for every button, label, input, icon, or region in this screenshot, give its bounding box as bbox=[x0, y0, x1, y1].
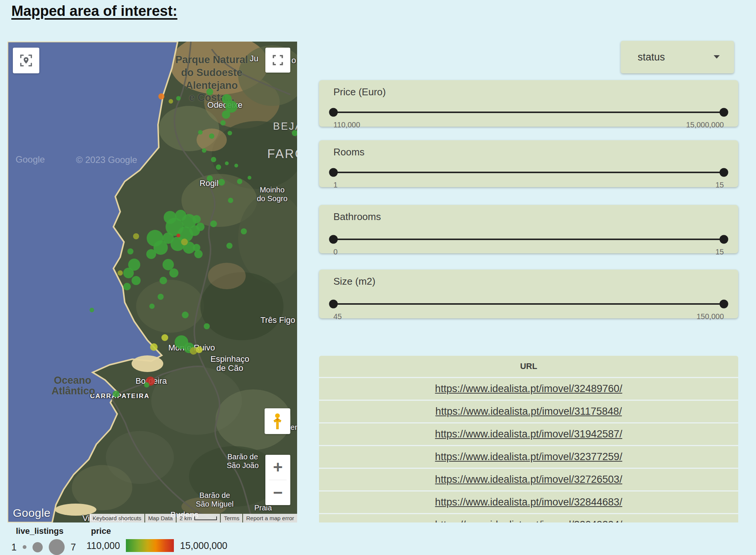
listing-marker[interactable] bbox=[181, 239, 188, 245]
listing-marker[interactable] bbox=[132, 276, 141, 285]
listing-marker[interactable] bbox=[209, 133, 214, 139]
listing-marker[interactable] bbox=[192, 215, 201, 223]
listing-marker[interactable] bbox=[158, 294, 164, 300]
bathrooms-slider-handle-max[interactable] bbox=[720, 235, 728, 244]
listing-marker[interactable] bbox=[216, 164, 221, 170]
bathrooms-slider-track[interactable] bbox=[333, 239, 724, 240]
listing-marker[interactable] bbox=[248, 176, 251, 180]
zoom-in-button[interactable]: + bbox=[265, 455, 290, 480]
pegman-icon bbox=[271, 413, 284, 429]
listing-marker[interactable] bbox=[123, 268, 134, 278]
listing-link[interactable]: https://www.idealista.pt/imovel/32489760… bbox=[435, 383, 622, 395]
listing-marker[interactable] bbox=[123, 283, 131, 290]
listing-marker[interactable] bbox=[225, 161, 229, 165]
pegman-button[interactable] bbox=[265, 408, 290, 434]
listing-marker[interactable] bbox=[198, 130, 203, 135]
price-slider-handle-max[interactable] bbox=[720, 108, 728, 117]
listing-marker[interactable] bbox=[182, 312, 189, 318]
dashboard: Mapped area of interest: bbox=[0, 0, 756, 555]
size-slider-handle-max[interactable] bbox=[720, 300, 728, 309]
scale-segment: 2 km bbox=[177, 514, 220, 522]
price-filter-panel: Price (Euro) 110,000 15,000,000 bbox=[319, 80, 738, 127]
listing-marker[interactable] bbox=[158, 93, 164, 99]
listing-marker[interactable] bbox=[207, 175, 213, 181]
listing-marker[interactable] bbox=[204, 323, 210, 329]
fullscreen-button[interactable] bbox=[265, 48, 290, 73]
listing-marker[interactable] bbox=[133, 233, 139, 239]
map-markers-layer bbox=[8, 42, 297, 522]
map-canvas[interactable]: Parque Naturaldo SudoesteAlentejanoe Cos… bbox=[8, 42, 297, 522]
listing-marker[interactable] bbox=[160, 277, 167, 284]
listing-marker[interactable] bbox=[150, 343, 158, 351]
listing-marker[interactable] bbox=[226, 243, 232, 249]
rooms-slider-track[interactable] bbox=[333, 172, 724, 173]
listing-marker[interactable] bbox=[169, 268, 178, 278]
locate-area-button[interactable] bbox=[13, 48, 39, 73]
price-slider-track[interactable] bbox=[333, 112, 724, 113]
listing-marker[interactable] bbox=[202, 148, 206, 153]
listing-marker[interactable] bbox=[149, 304, 155, 309]
listing-marker[interactable] bbox=[146, 249, 156, 259]
price-filter-label: Price (Euro) bbox=[333, 86, 724, 98]
listing-link[interactable]: https://www.idealista.pt/imovel/32844683… bbox=[435, 496, 622, 508]
bathrooms-min-value: 0 bbox=[333, 248, 338, 256]
map-data-link[interactable]: Map Data bbox=[145, 514, 176, 522]
listing-marker[interactable] bbox=[169, 99, 173, 104]
size-legend-max: 7 bbox=[71, 542, 76, 553]
size-legend-title: live_listings bbox=[16, 526, 76, 536]
fullscreen-icon bbox=[271, 54, 284, 67]
listing-marker[interactable] bbox=[292, 130, 297, 136]
price-slider-handle-min[interactable] bbox=[329, 108, 338, 117]
bathrooms-slider-handle-min[interactable] bbox=[329, 235, 338, 244]
size-filter-panel: Size (m2) 45 150,000 bbox=[319, 270, 738, 318]
listing-marker[interactable] bbox=[241, 228, 247, 234]
listing-marker[interactable] bbox=[163, 259, 174, 270]
size-slider-track[interactable] bbox=[333, 303, 724, 305]
table-row: https://www.idealista.pt/imovel/32489760… bbox=[319, 377, 738, 400]
listing-marker[interactable] bbox=[118, 270, 123, 276]
page-title: Mapped area of interest: bbox=[11, 3, 177, 19]
listing-marker[interactable] bbox=[144, 382, 149, 388]
listing-marker[interactable] bbox=[161, 334, 168, 341]
listing-marker[interactable] bbox=[234, 164, 238, 167]
rooms-filter-panel: Rooms 1 15 bbox=[319, 140, 738, 187]
rooms-slider-handle-min[interactable] bbox=[329, 168, 338, 177]
listing-marker[interactable] bbox=[237, 179, 242, 184]
listing-marker[interactable] bbox=[176, 96, 181, 101]
listing-marker[interactable] bbox=[210, 220, 217, 227]
listing-marker[interactable] bbox=[228, 198, 233, 203]
listing-link[interactable]: https://www.idealista.pt/imovel/32377259… bbox=[435, 451, 622, 463]
table-row: https://www.idealista.pt/imovel/31175848… bbox=[319, 400, 738, 422]
listing-marker[interactable] bbox=[90, 308, 94, 312]
rooms-slider-handle-max[interactable] bbox=[720, 168, 728, 177]
terms-link[interactable]: Terms bbox=[221, 514, 242, 522]
listing-link[interactable]: https://www.idealista.pt/imovel/31942587… bbox=[435, 428, 622, 440]
listing-link[interactable]: https://www.idealista.pt/imovel/32049204… bbox=[435, 519, 622, 522]
status-dropdown[interactable]: status bbox=[621, 41, 734, 73]
zoom-out-button[interactable]: − bbox=[265, 480, 290, 505]
listing-marker[interactable] bbox=[211, 157, 216, 162]
listing-marker[interactable] bbox=[196, 346, 203, 353]
listing-link[interactable]: https://www.idealista.pt/imovel/31175848… bbox=[435, 406, 622, 417]
listing-marker[interactable] bbox=[177, 234, 180, 237]
listing-marker[interactable] bbox=[127, 248, 133, 254]
report-map-error-link[interactable]: Report a map error bbox=[243, 514, 297, 522]
keyboard-shortcuts-link[interactable]: Keyboard shortcuts bbox=[90, 514, 144, 522]
listing-marker[interactable] bbox=[220, 120, 226, 126]
bathrooms-filter-panel: Bathrooms 0 15 bbox=[319, 205, 738, 253]
listing-marker[interactable] bbox=[196, 223, 204, 231]
table-row: https://www.idealista.pt/imovel/32726503… bbox=[319, 468, 738, 490]
listing-marker[interactable] bbox=[228, 131, 232, 135]
listing-marker[interactable] bbox=[222, 110, 230, 119]
bathrooms-max-value: 15 bbox=[716, 248, 724, 256]
listing-link[interactable]: https://www.idealista.pt/imovel/32726503… bbox=[435, 474, 622, 485]
listing-marker[interactable] bbox=[194, 250, 203, 258]
listing-marker[interactable] bbox=[206, 88, 213, 95]
map-attribution-bar: Keyboard shortcuts Map Data 2 km Terms R… bbox=[90, 514, 297, 522]
pin-focus-icon bbox=[19, 53, 33, 68]
scale-bar bbox=[194, 516, 217, 520]
listing-marker[interactable] bbox=[218, 179, 225, 186]
size-slider-handle-min[interactable] bbox=[329, 300, 338, 309]
listing-marker[interactable] bbox=[113, 391, 119, 397]
color-legend-title: price bbox=[91, 526, 228, 536]
